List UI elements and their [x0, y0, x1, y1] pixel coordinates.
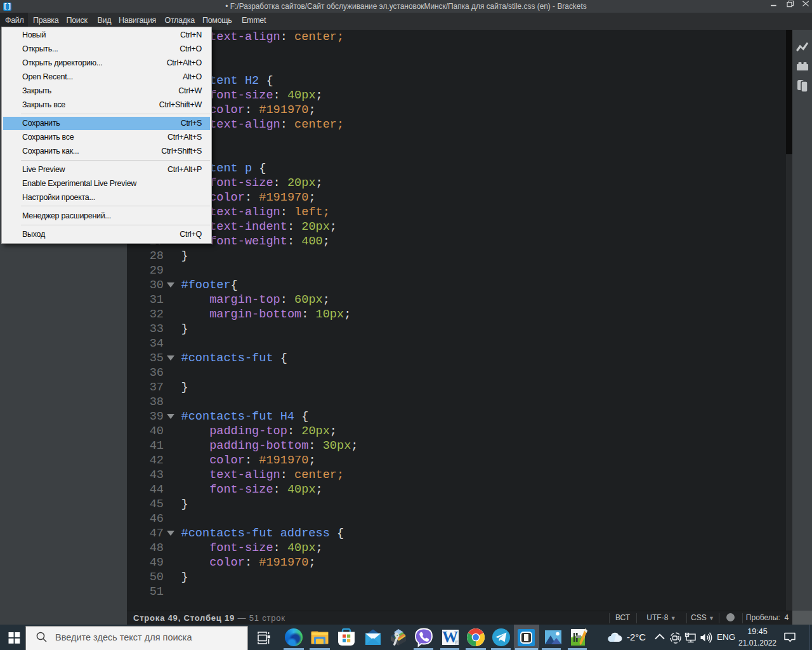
- svg-text:W: W: [442, 628, 458, 646]
